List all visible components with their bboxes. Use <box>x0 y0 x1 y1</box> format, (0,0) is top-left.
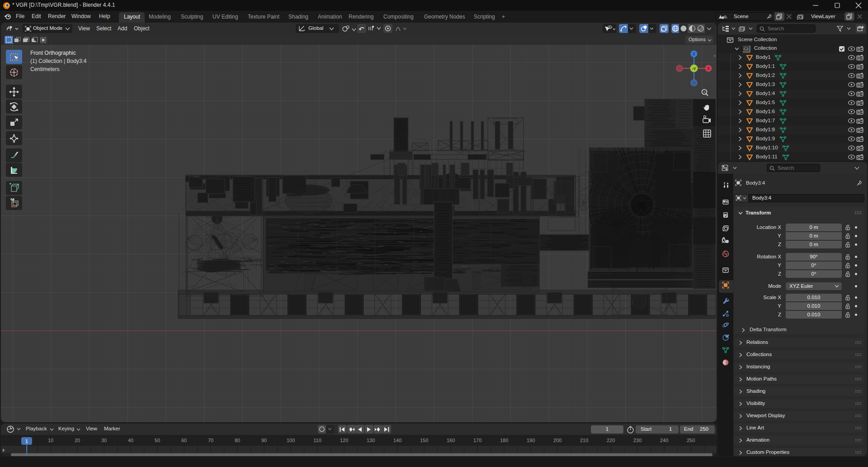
svg-text:240: 240 <box>660 438 668 443</box>
svg-text:220: 220 <box>607 438 615 443</box>
svg-text:+: + <box>703 90 706 94</box>
svg-text:1: 1 <box>25 438 28 444</box>
svg-text:‹: ‹ <box>714 52 716 59</box>
svg-text:80: 80 <box>235 438 240 443</box>
svg-text:60: 60 <box>181 438 187 443</box>
svg-text:-Y: -Y <box>692 67 696 71</box>
svg-text:170: 170 <box>473 438 481 443</box>
svg-text:Z: Z <box>693 52 695 56</box>
svg-text:120: 120 <box>340 438 348 443</box>
svg-text:130: 130 <box>367 438 375 443</box>
svg-text:160: 160 <box>447 438 455 443</box>
svg-text:150: 150 <box>420 438 428 443</box>
svg-text:200: 200 <box>553 438 561 443</box>
svg-text:110: 110 <box>313 438 321 443</box>
svg-text:250: 250 <box>687 438 695 443</box>
svg-text:100: 100 <box>287 438 295 443</box>
svg-text:230: 230 <box>633 438 642 443</box>
svg-text:40: 40 <box>128 438 133 443</box>
svg-text:20: 20 <box>75 438 80 443</box>
svg-text:180: 180 <box>500 438 508 443</box>
svg-text:X: X <box>707 66 710 71</box>
svg-text:210: 210 <box>580 438 588 443</box>
svg-text:140: 140 <box>393 438 401 443</box>
svg-text:10: 10 <box>48 438 53 443</box>
svg-text:90: 90 <box>261 438 267 443</box>
svg-text:30: 30 <box>101 438 107 443</box>
svg-text:50: 50 <box>155 438 160 443</box>
svg-text:70: 70 <box>208 438 213 443</box>
svg-text:190: 190 <box>527 438 535 443</box>
